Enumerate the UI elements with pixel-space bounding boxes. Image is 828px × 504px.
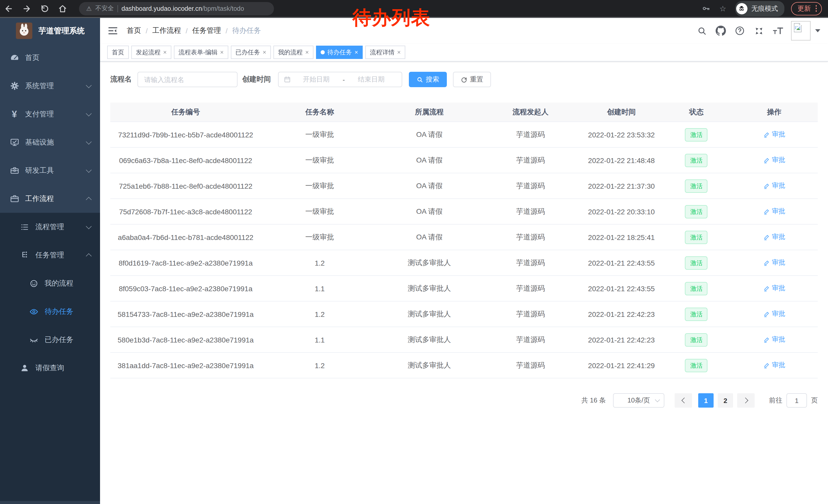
- sidebar-item-label: 流程管理: [35, 222, 64, 231]
- sidebar-item-label: 首页: [25, 53, 40, 62]
- page-button-2[interactable]: 2: [718, 393, 733, 408]
- annotation-overlay: 待办列表: [353, 5, 430, 31]
- breadcrumb-item[interactable]: 任务管理: [192, 26, 221, 35]
- sidebar-item-process-management[interactable]: 流程管理: [0, 213, 100, 241]
- prev-page-button[interactable]: [675, 393, 692, 408]
- browser-reload-icon[interactable]: [40, 4, 49, 13]
- sidebar-item-dev-tools[interactable]: 研发工具: [0, 156, 100, 185]
- sidebar-item-leave-query[interactable]: 请假查询: [0, 354, 100, 382]
- page-button-1[interactable]: 1: [698, 393, 714, 408]
- breadcrumb-item[interactable]: 工作流程: [152, 26, 181, 35]
- browser-menu-icon[interactable]: [816, 5, 817, 12]
- cell-task-id: 580e1b3d-7ac8-11ec-a9e2-a2380e71991a: [110, 335, 261, 344]
- cell-process: 测试多审批人: [378, 310, 480, 319]
- chevron-down-icon: [655, 397, 660, 402]
- browser-home-icon[interactable]: [58, 4, 67, 13]
- password-key-icon[interactable]: [702, 4, 710, 13]
- approve-link[interactable]: 审批: [763, 258, 785, 267]
- process-name-input[interactable]: [137, 72, 238, 87]
- browser-update-button[interactable]: 更新: [791, 2, 822, 15]
- approve-link[interactable]: 审批: [763, 181, 785, 190]
- cell-task-id: 725a1eb6-7b88-11ec-8ef0-acde48001122: [110, 182, 261, 190]
- tag-process-detail[interactable]: 流程详情×: [365, 46, 405, 59]
- active-tag-dot: [321, 50, 325, 54]
- close-icon[interactable]: ×: [397, 49, 401, 55]
- sidebar-item-infrastructure[interactable]: 基础设施: [0, 128, 100, 156]
- page-size-select[interactable]: 10条/页: [613, 393, 664, 408]
- approve-link[interactable]: 审批: [763, 130, 785, 139]
- sidebar-item-system[interactable]: 系统管理: [0, 72, 100, 100]
- sidebar-item-my-process[interactable]: 我的流程: [0, 269, 100, 297]
- tag-start-process[interactable]: 发起流程×: [131, 46, 171, 59]
- date-range-picker[interactable]: 开始日期 - 结束日期: [278, 72, 402, 87]
- cell-task-id: 069c6a63-7b8a-11ec-8ef0-acde48001122: [110, 156, 261, 164]
- sidebar-item-todo-tasks[interactable]: 待办任务: [0, 297, 100, 326]
- edit-pen-icon: [763, 208, 770, 215]
- approve-link[interactable]: 审批: [763, 207, 785, 216]
- close-icon[interactable]: ×: [355, 49, 358, 55]
- address-bar[interactable]: ⚠ 不安全 dashboard.yudao.iocoder.cn/bpm/tas…: [79, 2, 274, 15]
- goto-page-input[interactable]: [786, 393, 807, 408]
- tag-process-form-edit[interactable]: 流程表单-编辑×: [174, 46, 228, 59]
- approve-link[interactable]: 审批: [763, 155, 785, 165]
- sidebar-item-task-management[interactable]: 任务管理: [0, 241, 100, 269]
- approve-link[interactable]: 审批: [763, 361, 785, 370]
- approve-label: 审批: [772, 335, 785, 344]
- browser-forward-icon[interactable]: [22, 4, 31, 13]
- status-badge: 激活: [685, 205, 708, 218]
- avatar-dropdown-caret-icon[interactable]: [815, 29, 820, 32]
- approve-link[interactable]: 审批: [763, 284, 785, 293]
- main-content: 首页 / 工作流程 / 任务管理 / 待办任务: [100, 18, 828, 504]
- cell-starter: 芋道源码: [480, 335, 581, 344]
- approve-link[interactable]: 审批: [763, 310, 785, 319]
- sidebar-item-home[interactable]: 首页: [0, 44, 100, 72]
- font-size-icon[interactable]: [773, 26, 784, 36]
- cell-task-id: 73211d9d-7b9b-11ec-b5b7-acde48001122: [110, 131, 261, 139]
- cell-task-name: 一级审批: [261, 130, 378, 139]
- cell-task-name: 一级审批: [261, 181, 378, 190]
- approve-link[interactable]: 审批: [763, 335, 785, 344]
- cell-starter: 芋道源码: [480, 155, 581, 165]
- search-button-icon: [417, 76, 423, 83]
- cell-starter: 芋道源码: [480, 232, 581, 242]
- sidebar-item-done-tasks[interactable]: 已办任务: [0, 326, 100, 354]
- cell-starter: 芋道源码: [480, 361, 581, 370]
- tag-done-tasks[interactable]: 已办任务×: [231, 46, 271, 59]
- user-icon: [19, 363, 30, 373]
- breadcrumb-item[interactable]: 首页: [127, 26, 141, 35]
- task-table: 任务编号 任务名称 所属流程 流程发起人 创建时间 状态 操作 73211d9d…: [110, 102, 818, 378]
- status-badge: 激活: [685, 333, 708, 346]
- sidebar-logo[interactable]: 芋道管理系统: [0, 18, 100, 44]
- sidebar-item-label: 工作流程: [25, 194, 54, 203]
- browser-back-icon[interactable]: [4, 4, 13, 13]
- github-icon[interactable]: [716, 26, 726, 36]
- toolbox-icon: [9, 165, 19, 176]
- approve-link[interactable]: 审批: [763, 232, 785, 242]
- cell-process: OA 请假: [378, 155, 480, 165]
- fullscreen-icon[interactable]: [754, 26, 764, 36]
- close-icon[interactable]: ×: [305, 49, 309, 55]
- sidebar-collapse-icon[interactable]: [108, 26, 118, 36]
- tag-home[interactable]: 首页: [107, 46, 129, 59]
- org-tree-icon: [19, 250, 30, 260]
- table-row: 58154733-7ac8-11ec-a9e2-a2380e71991a 1.2…: [110, 302, 818, 327]
- reset-button[interactable]: 重置: [453, 72, 491, 87]
- avatar[interactable]: [791, 21, 811, 41]
- sidebar-item-workflow[interactable]: 工作流程: [0, 185, 100, 213]
- tag-todo-tasks[interactable]: 待办任务×: [316, 46, 363, 59]
- search-icon[interactable]: [697, 26, 707, 36]
- next-page-button[interactable]: [737, 393, 755, 408]
- sidebar-item-payment[interactable]: ¥ 支付管理: [0, 100, 100, 128]
- close-icon[interactable]: ×: [220, 49, 224, 55]
- close-icon[interactable]: ×: [263, 49, 266, 55]
- refresh-icon: [461, 76, 467, 83]
- logo-image: [16, 22, 32, 39]
- bookmark-star-icon[interactable]: ☆: [718, 4, 727, 13]
- close-icon[interactable]: ×: [163, 49, 167, 55]
- tag-my-process[interactable]: 我的流程×: [274, 46, 314, 59]
- search-button[interactable]: 搜索: [409, 72, 447, 87]
- cell-process: OA 请假: [378, 232, 480, 242]
- approve-label: 审批: [772, 207, 785, 216]
- cell-process: 测试多审批人: [378, 284, 480, 293]
- help-icon[interactable]: [735, 26, 745, 36]
